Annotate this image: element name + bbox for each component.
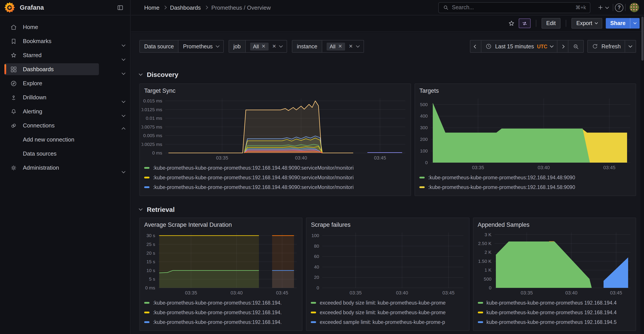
target-sync-chart[interactable]: 03:3503:4003:450 ms0.0025 ms0.005 ms0.00… (142, 95, 409, 162)
legend-item[interactable]: :kube-prometheus-kube-prome-prometheus:1… (419, 173, 631, 182)
remove-icon[interactable]: ✕ (338, 44, 342, 49)
sidebar-item-add-new-connection[interactable]: Add new connection (4, 134, 114, 146)
zoom-out-button[interactable] (568, 40, 584, 53)
sidebar-item-explore[interactable]: Explore (4, 77, 114, 89)
panel-title[interactable]: Average Scrape Interval Duration (140, 218, 302, 230)
grid-icon (10, 66, 17, 73)
panel-title[interactable]: Target Sync (140, 84, 410, 95)
legend-label: kube-prometheus-kube-prome-prometheus 19… (486, 320, 616, 325)
svg-text:03:45: 03:45 (276, 290, 288, 296)
favorite-star-icon[interactable] (508, 20, 515, 27)
scrape-failures-chart[interactable]: 03:3503:4003:45020406080100 (308, 230, 467, 297)
svg-text:0.01 ms: 0.01 ms (146, 116, 162, 121)
targets-chart[interactable]: 03:3503:4003:450100200300400500 (417, 95, 634, 172)
time-controls: Last 15 minutes UTC (470, 40, 636, 53)
sidebar-item-starred[interactable]: Starred (4, 49, 114, 61)
legend-swatch-icon (144, 312, 150, 313)
legend-swatch-icon (144, 186, 150, 188)
sidebar-item-label: Explore (23, 80, 42, 86)
help-button[interactable]: ? (615, 3, 623, 12)
sidebar-item-connections[interactable]: Connections (4, 120, 114, 132)
panel-title[interactable]: Appended Samples (473, 218, 636, 230)
legend-item[interactable]: :kube-prometheus-kube-prome-prometheus:1… (144, 308, 298, 317)
legend-swatch-icon (144, 177, 150, 178)
clear-icon[interactable]: ✕ (272, 44, 276, 49)
chevron-down-icon (605, 5, 609, 9)
legend-label: :kube-prometheus-kube-prome-prometheus:1… (153, 175, 354, 180)
share-button[interactable]: Share (606, 18, 630, 28)
dashboard-canvas: Data source Prometheus job All✕ ✕ (131, 32, 640, 334)
legend-label: :kube-prometheus-kube-prome-prometheus:1… (153, 300, 282, 306)
bookmark-icon (10, 37, 17, 45)
svg-text:25 s: 25 s (146, 242, 155, 247)
section-retrieval[interactable]: Retrieval (139, 204, 640, 215)
sidebar-item-administration[interactable]: Administration (4, 162, 114, 174)
legend-item[interactable]: exceeded body size limit: kube-prometheu… (311, 298, 465, 308)
panel-title[interactable]: Targets (415, 84, 636, 95)
search-input[interactable]: Search... ⌘+k (438, 2, 590, 13)
chevron-down-icon (122, 110, 125, 118)
sidebar-item-dashboards[interactable]: Dashboards (4, 63, 114, 75)
sidebar-toggle-icon[interactable] (116, 4, 124, 11)
instance-value-chip[interactable]: All✕ (326, 42, 345, 50)
user-avatar[interactable] (630, 3, 639, 12)
time-shift-forward-button[interactable] (557, 40, 568, 53)
time-range-group: Last 15 minutes UTC (470, 40, 584, 53)
panel-title[interactable]: Scrape failures (306, 218, 469, 230)
time-range-picker[interactable]: Last 15 minutes UTC (481, 40, 558, 53)
remove-icon[interactable]: ✕ (262, 44, 266, 49)
legend-item[interactable]: kube-prometheus-kube-prome-prometheus 19… (478, 317, 631, 327)
refresh-button[interactable]: Refresh (587, 40, 625, 53)
section-discovery[interactable]: Discovery (139, 68, 640, 80)
legend-item[interactable]: :kube-prometheus-kube-prome-prometheus:1… (144, 173, 406, 182)
svg-text:0 ms: 0 ms (152, 150, 162, 155)
legend-item[interactable]: kube-prometheus-kube-prome-prometheus 19… (478, 308, 631, 317)
sidebar-item-drilldown[interactable]: Drilldown (4, 92, 114, 103)
collapse-icon (139, 72, 143, 76)
appended-samples-chart[interactable]: 03:3503:4003:4505001 K1.50 K2 K2.50 K3 K (475, 230, 634, 297)
svg-text:400: 400 (420, 114, 428, 118)
legend-item[interactable]: exceeded sample limit: kube-prometheus-k… (311, 317, 465, 327)
sidebar-item-label: Administration (23, 164, 59, 171)
panels-toggle-button[interactable] (518, 18, 530, 28)
legend-item[interactable]: :kube-prometheus-kube-prome-prometheus:1… (144, 317, 298, 327)
sidebar-item-home[interactable]: Home (4, 21, 114, 33)
refresh-interval-button[interactable] (625, 40, 636, 53)
sidebar-item-data-sources[interactable]: Data sources (4, 148, 114, 160)
gear-icon (10, 164, 17, 172)
job-select[interactable]: All✕ ✕ (246, 40, 287, 52)
share-dropdown-button[interactable] (630, 18, 640, 28)
job-value-chip[interactable]: All✕ (250, 42, 268, 50)
legend-item[interactable]: kube-prometheus-kube-prome-prometheus 19… (478, 298, 631, 308)
svg-text:03:40: 03:40 (230, 290, 243, 296)
sidebar-item-bookmarks[interactable]: Bookmarks (4, 35, 114, 47)
sidebar-item-alerting[interactable]: Alerting (4, 106, 114, 117)
time-shift-back-button[interactable] (470, 40, 482, 53)
clock-icon (486, 43, 492, 50)
edit-button[interactable]: Edit (541, 18, 560, 28)
legend-item[interactable]: :kube-prometheus-kube-prome-prometheus:1… (144, 163, 406, 173)
svg-text:500: 500 (484, 276, 491, 282)
export-button[interactable]: Export (572, 18, 602, 28)
legend-item[interactable]: :kube-prometheus-kube-prome-prometheus:1… (144, 298, 298, 308)
clear-icon[interactable]: ✕ (349, 44, 353, 49)
legend-item[interactable]: exceeded body size limit: kube-prometheu… (311, 308, 465, 317)
scrollbar-thumb[interactable] (641, 17, 644, 61)
legend-item[interactable]: :kube-prometheus-kube-prome-prometheus:1… (419, 182, 631, 192)
chevron-down-icon (122, 54, 125, 62)
breadcrumb-home[interactable]: Home (144, 4, 159, 11)
refresh-group: Refresh (587, 40, 636, 53)
add-button[interactable] (595, 2, 611, 13)
instance-filter: instance All✕ ✕ (292, 40, 364, 53)
sidebar: Grafana HomeBookmarksStarredDashboardsEx… (0, 0, 130, 334)
svg-text:15 s: 15 s (146, 259, 155, 264)
chevron-up-icon (122, 124, 125, 132)
datasource-select[interactable]: Prometheus (179, 40, 223, 52)
brand-name: Grafana (20, 4, 116, 11)
legend-item[interactable]: :kube-prometheus-kube-prome-prometheus:1… (144, 182, 406, 192)
job-label: job (229, 40, 246, 52)
instance-select[interactable]: All✕ ✕ (322, 40, 364, 52)
breadcrumb-dashboards[interactable]: Dashboards (170, 4, 201, 11)
avg-scrape-chart[interactable]: 03:3503:4003:450 ms5 s10 s15 s20 s25 s30… (142, 230, 300, 297)
drilldown-icon (10, 94, 17, 101)
